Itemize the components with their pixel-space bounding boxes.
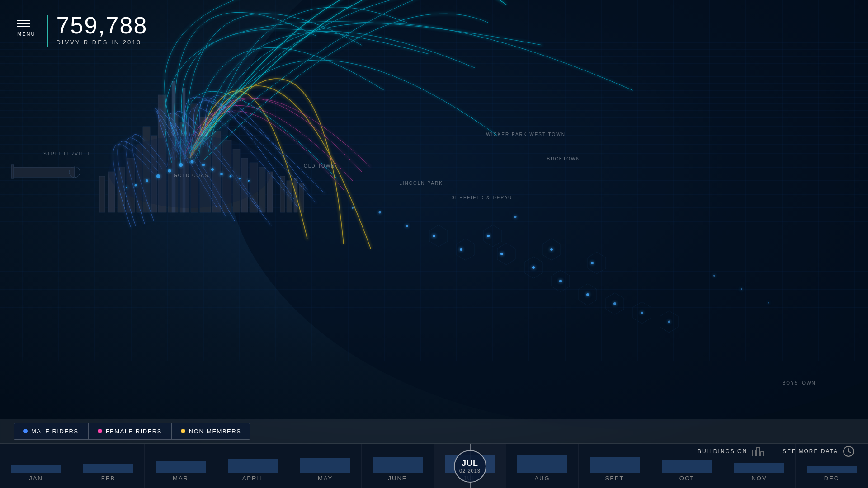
svg-point-117	[211, 168, 214, 171]
svg-point-72	[591, 262, 594, 264]
ride-count: 759,788	[56, 14, 147, 37]
month-label-june: JUNE	[388, 475, 407, 482]
svg-point-68	[613, 302, 616, 305]
non-members-label: NON-MEMBERS	[189, 428, 241, 435]
svg-point-79	[352, 207, 354, 209]
svg-point-74	[460, 248, 462, 251]
month-label-feb: FEB	[101, 475, 115, 482]
timeline-month-oct[interactable]: OCT	[651, 444, 723, 488]
timeline-month-sept[interactable]: SEPT	[579, 444, 651, 488]
month-label-aug: AUG	[534, 475, 550, 482]
svg-rect-104	[294, 178, 297, 212]
svg-point-112	[156, 174, 160, 178]
svg-point-118	[220, 173, 223, 175]
ride-subtitle: DIVVY RIDES IN 2013	[56, 39, 147, 46]
non-members-dot	[181, 429, 185, 433]
svg-point-67	[586, 293, 589, 296]
svg-point-115	[191, 160, 194, 164]
timeline-month-april[interactable]: APRIL	[217, 444, 289, 488]
map-background	[0, 0, 868, 488]
svg-point-66	[559, 280, 562, 282]
bottom-controls: BUILDINGS ON SEE MORE DATA MALE RIDERS F…	[0, 419, 868, 488]
timeline-month-nov[interactable]: NOV	[723, 444, 796, 488]
svg-point-113	[168, 169, 171, 173]
timeline: JANFEBMARAPRILMAYJUNEJUL02 2013JULAUGSEP…	[0, 444, 868, 488]
timeline-month-feb[interactable]: FEB	[72, 444, 145, 488]
month-label-oct: OCT	[679, 475, 694, 482]
menu-button[interactable]: MENU	[14, 16, 39, 40]
svg-point-78	[379, 211, 381, 214]
svg-point-64	[500, 253, 503, 255]
hamburger-line-1	[17, 20, 30, 21]
male-riders-label: MALE RIDERS	[31, 428, 79, 435]
svg-point-82	[768, 302, 769, 304]
svg-point-73	[433, 235, 435, 237]
month-label-sept: SEPT	[605, 475, 624, 482]
female-riders-filter[interactable]: FEMALE RIDERS	[88, 423, 171, 440]
svg-rect-109	[11, 165, 14, 178]
timeline-active-circle: JUL02 2013	[454, 450, 486, 483]
timeline-month-mar[interactable]: MAR	[145, 444, 217, 488]
female-riders-dot	[98, 429, 102, 433]
month-label-jan: JAN	[29, 475, 43, 482]
timeline-month-aug[interactable]: AUG	[506, 444, 579, 488]
month-label-may: MAY	[318, 475, 333, 482]
svg-point-76	[514, 216, 517, 218]
month-label-mar: MAR	[173, 475, 189, 482]
month-label-april: APRIL	[242, 475, 264, 482]
svg-point-123	[239, 178, 241, 179]
hamburger-line-3	[17, 26, 30, 27]
menu-label: MENU	[17, 31, 35, 37]
svg-point-77	[406, 225, 408, 227]
svg-point-119	[230, 175, 232, 178]
hamburger-line-2	[17, 23, 30, 24]
timeline-month-jul[interactable]: JUL02 2013JUL	[434, 444, 506, 488]
svg-point-122	[126, 187, 127, 188]
female-riders-label: FEMALE RIDERS	[106, 428, 162, 435]
filter-bar: MALE RIDERS FEMALE RIDERS NON-MEMBERS	[0, 419, 868, 444]
svg-point-124	[248, 180, 250, 182]
svg-point-69	[641, 312, 643, 314]
timeline-month-june[interactable]: JUNE	[362, 444, 434, 488]
svg-rect-105	[299, 183, 304, 212]
svg-point-120	[146, 179, 148, 182]
male-riders-dot	[23, 429, 28, 433]
svg-point-80	[713, 275, 715, 277]
header: MENU 759,788 DIVVY RIDES IN 2013	[14, 14, 147, 47]
svg-point-65	[532, 266, 535, 269]
svg-point-71	[550, 248, 553, 251]
timeline-month-may[interactable]: MAY	[289, 444, 362, 488]
header-divider	[47, 15, 48, 47]
svg-point-75	[487, 235, 490, 237]
svg-point-114	[179, 163, 183, 167]
ride-count-section: 759,788 DIVVY RIDES IN 2013	[56, 14, 147, 46]
timeline-month-dec[interactable]: DEC	[796, 444, 868, 488]
timeline-month-jan[interactable]: JAN	[0, 444, 72, 488]
svg-point-111	[108, 136, 271, 208]
male-riders-filter[interactable]: MALE RIDERS	[14, 423, 88, 440]
month-label-nov: NOV	[751, 475, 767, 482]
svg-rect-108	[11, 167, 75, 177]
svg-point-121	[135, 184, 137, 187]
svg-rect-101	[99, 176, 105, 212]
svg-point-81	[741, 288, 742, 290]
month-label-dec: DEC	[824, 475, 839, 482]
svg-point-70	[668, 321, 670, 323]
non-members-filter[interactable]: NON-MEMBERS	[171, 423, 250, 440]
svg-point-116	[202, 164, 205, 166]
